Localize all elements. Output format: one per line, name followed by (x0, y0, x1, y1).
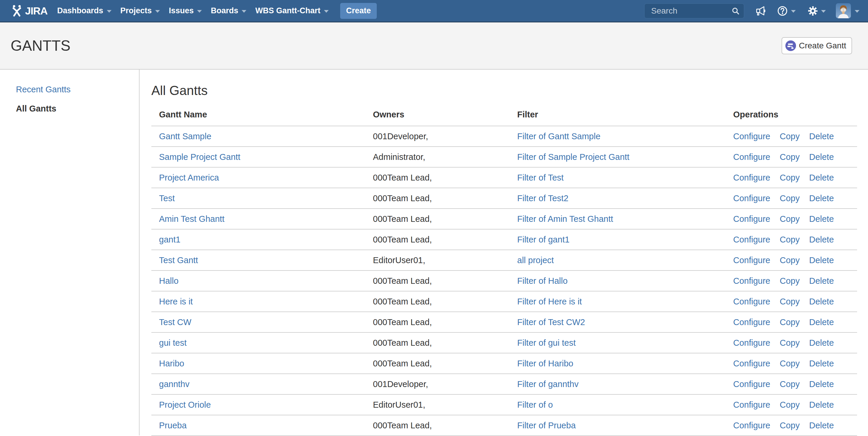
filter-link[interactable]: Filter of Gantt Sample (517, 131, 600, 141)
gantt-name-link[interactable]: Amin Test Ghantt (159, 214, 224, 224)
filter-link[interactable]: Filter of Prueba (517, 421, 576, 430)
user-menu[interactable] (836, 3, 860, 18)
delete-link[interactable]: Delete (809, 297, 834, 306)
nav-boards[interactable]: Boards (206, 0, 251, 22)
sidebar: Recent Gantts All Gantts (0, 70, 140, 435)
copy-link[interactable]: Copy (780, 193, 800, 203)
gantt-name-link[interactable]: Haribo (159, 359, 184, 368)
gantt-name-link[interactable]: Project America (159, 173, 219, 182)
jira-logo[interactable]: JIRA (11, 5, 48, 17)
gantt-name-link[interactable]: Prueba (159, 421, 187, 430)
copy-link[interactable]: Copy (780, 276, 800, 285)
filter-link[interactable]: Filter of gannthv (517, 379, 579, 389)
delete-link[interactable]: Delete (809, 421, 834, 430)
configure-link[interactable]: Configure (733, 297, 770, 306)
configure-link[interactable]: Configure (733, 400, 770, 409)
copy-link[interactable]: Copy (780, 359, 800, 368)
filter-link[interactable]: Filter of gui test (517, 338, 576, 347)
delete-link[interactable]: Delete (809, 152, 834, 162)
copy-link[interactable]: Copy (780, 152, 800, 162)
filter-link[interactable]: Filter of Test CW2 (517, 317, 585, 327)
copy-link[interactable]: Copy (780, 131, 800, 141)
filter-link[interactable]: Filter of Test2 (517, 193, 568, 203)
copy-link[interactable]: Copy (780, 421, 800, 430)
create-button[interactable]: Create (340, 3, 377, 19)
owner-text: 000Team Lead, (373, 317, 432, 327)
delete-link[interactable]: Delete (809, 359, 834, 368)
filter-link[interactable]: Filter of Hallo (517, 276, 568, 285)
filter-link[interactable]: Filter of o (517, 400, 553, 409)
copy-link[interactable]: Copy (780, 214, 800, 224)
configure-link[interactable]: Configure (733, 317, 770, 327)
configure-link[interactable]: Configure (733, 193, 770, 203)
configure-link[interactable]: Configure (733, 338, 770, 347)
gear-icon (808, 6, 818, 16)
filter-link[interactable]: Filter of Sample Project Gantt (517, 152, 629, 162)
copy-link[interactable]: Copy (780, 297, 800, 306)
table-row: gui test000Team Lead,Filter of gui testC… (151, 333, 857, 353)
filter-link[interactable]: Filter of Here is it (517, 297, 582, 306)
copy-link[interactable]: Copy (780, 338, 800, 347)
configure-link[interactable]: Configure (733, 359, 770, 368)
delete-link[interactable]: Delete (809, 235, 834, 244)
configure-link[interactable]: Configure (733, 255, 770, 265)
delete-link[interactable]: Delete (809, 317, 834, 327)
gantt-name-link[interactable]: Project Oriole (159, 400, 211, 409)
configure-link[interactable]: Configure (733, 152, 770, 162)
nav-projects[interactable]: Projects (116, 0, 165, 22)
delete-link[interactable]: Delete (809, 193, 834, 203)
delete-link[interactable]: Delete (809, 173, 834, 182)
copy-link[interactable]: Copy (780, 173, 800, 182)
gantt-name-link[interactable]: Gantt Sample (159, 131, 211, 141)
configure-link[interactable]: Configure (733, 214, 770, 224)
filter-link[interactable]: Filter of Amin Test Ghantt (517, 214, 613, 224)
sidebar-item-recent-gantts[interactable]: Recent Gantts (16, 84, 139, 95)
table-row: Haribo000Team Lead,Filter of HariboConfi… (151, 353, 857, 374)
delete-link[interactable]: Delete (809, 338, 834, 347)
delete-link[interactable]: Delete (809, 255, 834, 265)
gantt-name-link[interactable]: Test Gantt (159, 255, 198, 265)
nav-wbs-gantt-chart[interactable]: WBS Gantt-Chart (251, 0, 333, 22)
filter-link[interactable]: Filter of Haribo (517, 359, 573, 368)
gantt-name-link[interactable]: Here is it (159, 297, 193, 306)
settings-menu[interactable] (808, 6, 826, 16)
announcements-button[interactable] (755, 5, 767, 17)
configure-link[interactable]: Configure (733, 276, 770, 285)
filter-link[interactable]: Filter of Test (517, 173, 563, 182)
filter-link[interactable]: all project (517, 255, 554, 265)
copy-link[interactable]: Copy (780, 317, 800, 327)
sidebar-item-all-gantts[interactable]: All Gantts (16, 103, 139, 114)
jira-logo-text: JIRA (25, 5, 48, 17)
configure-link[interactable]: Configure (733, 173, 770, 182)
table-row: Test000Team Lead,Filter of Test2Configur… (151, 188, 857, 209)
delete-link[interactable]: Delete (809, 214, 834, 224)
copy-link[interactable]: Copy (780, 235, 800, 244)
owner-text: 000Team Lead, (373, 235, 432, 244)
gantt-name-link[interactable]: Test CW (159, 317, 191, 327)
gantt-name-link[interactable]: Test (159, 193, 175, 203)
filter-link[interactable]: Filter of gant1 (517, 235, 569, 244)
copy-link[interactable]: Copy (780, 379, 800, 389)
gantt-name-link[interactable]: gui test (159, 338, 187, 347)
delete-link[interactable]: Delete (809, 276, 834, 285)
configure-link[interactable]: Configure (733, 235, 770, 244)
copy-link[interactable]: Copy (780, 255, 800, 265)
configure-link[interactable]: Configure (733, 379, 770, 389)
copy-link[interactable]: Copy (780, 400, 800, 409)
search-input[interactable] (644, 3, 744, 19)
gantt-name-link[interactable]: gannthv (159, 379, 189, 389)
delete-link[interactable]: Delete (809, 379, 834, 389)
nav-dashboards[interactable]: Dashboards (53, 0, 116, 22)
gantt-name-link[interactable]: gant1 (159, 235, 181, 244)
create-gantt-button[interactable]: Create Gantt (781, 37, 852, 54)
gantt-name-link[interactable]: Hallo (159, 276, 179, 285)
megaphone-icon (755, 5, 767, 17)
delete-link[interactable]: Delete (809, 131, 834, 141)
configure-link[interactable]: Configure (733, 421, 770, 430)
configure-link[interactable]: Configure (733, 131, 770, 141)
search-icon[interactable] (732, 7, 740, 15)
gantt-name-link[interactable]: Sample Project Gantt (159, 152, 241, 162)
delete-link[interactable]: Delete (809, 400, 834, 409)
nav-issues[interactable]: Issues (164, 0, 206, 22)
help-menu[interactable] (777, 5, 796, 17)
